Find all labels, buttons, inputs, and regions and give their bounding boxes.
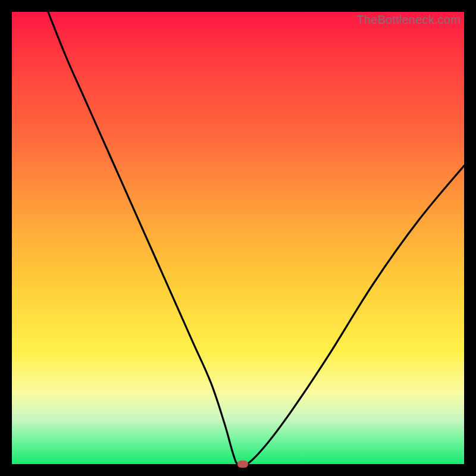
chart-frame: TheBottleneck.com	[0, 0, 476, 476]
optimum-marker	[237, 461, 248, 468]
plot-area: TheBottleneck.com	[12, 12, 464, 464]
bottleneck-curve	[12, 12, 464, 464]
curve-path	[48, 12, 464, 466]
